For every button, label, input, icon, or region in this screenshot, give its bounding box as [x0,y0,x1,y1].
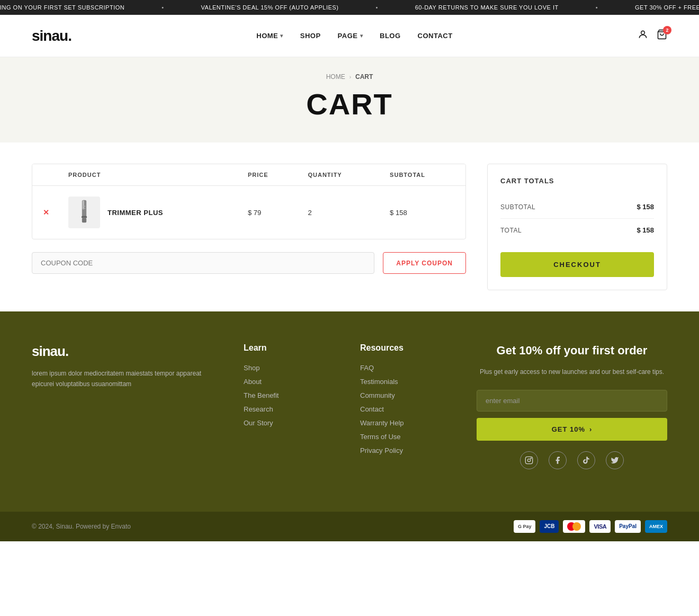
list-item: Testimonials [360,377,455,386]
col-price-header: PRICE [239,164,299,186]
col-remove [32,164,60,186]
site-footer: sinau. lorem ipsum dolor mediocritatem m… [0,311,699,512]
svg-rect-7 [83,208,86,209]
footer-link-about[interactable]: About [244,378,262,386]
ticker-item: GET 30% OFF + FREE SHIPPING ON YOUR FIRS… [635,4,699,11]
footer-brand-col: sinau. lorem ipsum dolor mediocritatem m… [32,343,222,469]
svg-rect-5 [82,218,86,222]
footer-resources-links: FAQ Testimonials Community Contact Warra… [360,363,455,454]
footer-link-warranty[interactable]: Warranty Help [360,419,404,427]
list-item: Terms of Use [360,432,455,441]
newsletter-title: Get 10% off your first order [477,343,667,359]
svg-rect-8 [525,457,532,463]
payment-icon-jcb: JCB [540,520,559,533]
chevron-down-icon: ▾ [360,33,363,39]
footer-link-contact[interactable]: Contact [360,405,384,413]
cart-button[interactable]: 2 [657,29,667,42]
footer-link-community[interactable]: Community [360,391,395,399]
footer-link-shop[interactable]: Shop [244,364,259,372]
subtotal-value: $ 158 [637,203,654,211]
arrow-icon: › [589,425,592,433]
payment-icons: G Pay JCB VISA PayPal AMEX [514,520,667,533]
ticker-dot: • [596,4,598,11]
footer-link-benefit[interactable]: The Benefit [244,391,279,399]
cart-table-wrap: PRODUCT PRICE QUANTITY SUBTOTAL ✕ [32,164,466,239]
nav-item-blog[interactable]: BLOG [380,32,401,40]
product-quantity: 2 [299,186,381,239]
product-cell: TRIMMER PLUS [68,197,231,228]
payment-icon-gpay: G Pay [514,520,536,533]
nav-item-home[interactable]: HOME ▾ [256,32,283,40]
instagram-icon[interactable] [520,451,538,469]
tiktok-icon[interactable] [577,451,595,469]
breadcrumb-home[interactable]: HOME [326,73,345,81]
cart-left: PRODUCT PRICE QUANTITY SUBTOTAL ✕ [32,164,466,274]
footer-bottom: © 2024, Sinau. Powered by Envato G Pay J… [0,512,699,541]
footer-grid: sinau. lorem ipsum dolor mediocritatem m… [32,343,667,469]
list-item: Privacy Policy [360,446,455,454]
list-item: The Benefit [244,391,339,399]
coupon-row: APPLY COUPON [32,239,466,274]
coupon-input[interactable] [32,252,374,274]
footer-link-privacy[interactable]: Privacy Policy [360,447,403,454]
email-input[interactable] [477,390,667,412]
twitter-icon[interactable] [606,451,624,469]
nav-item-shop[interactable]: SHOP [300,32,321,40]
table-row: ✕ [32,186,465,239]
svg-rect-3 [83,201,84,210]
nav-item-page[interactable]: PAGE ▾ [338,32,363,40]
footer-logo[interactable]: sinau. [32,343,222,360]
list-item: About [244,377,339,386]
social-icons [477,451,667,469]
facebook-icon[interactable] [549,451,567,469]
remove-item-button[interactable]: ✕ [41,208,51,217]
total-row: TOTAL $ 158 [500,219,654,242]
footer-copyright: © 2024, Sinau. Powered by Envato [32,523,131,530]
get-10-percent-button[interactable]: GET 10% › [477,418,667,441]
ticker-inner: ING ON YOUR FIRST SET SUBSCRIPTION • VAL… [0,4,699,11]
list-item: Our Story [244,418,339,427]
total-label: TOTAL [500,227,522,234]
site-logo[interactable]: sinau. [32,28,71,44]
subtotal-row: SUBTOTAL $ 158 [500,195,654,219]
footer-resources-title: Resources [360,343,455,353]
subtotal-label: SUBTOTAL [500,203,535,211]
col-subtotal-header: SUBTOTAL [381,164,465,186]
footer-link-our-story[interactable]: Our Story [244,419,273,427]
svg-point-9 [527,459,530,461]
list-item: FAQ [360,363,455,372]
account-button[interactable] [638,29,648,42]
site-header: sinau. HOME ▾ SHOP PAGE ▾ BLOG CONTACT [0,15,699,57]
breadcrumb: HOME › CART [32,73,667,81]
announcement-ticker: ING ON YOUR FIRST SET SUBSCRIPTION • VAL… [0,0,699,15]
ticker-item: 60-DAY RETURNS TO MAKE SURE YOU LOVE IT [415,4,559,11]
nav-item-contact[interactable]: CONTACT [418,32,453,40]
payment-icon-paypal: PayPal [615,520,641,533]
header-icons: 2 [638,29,667,42]
footer-newsletter-col: Get 10% off your first order Plus get ea… [477,343,667,469]
footer-link-testimonials[interactable]: Testimonials [360,378,398,386]
cart-count-badge: 2 [663,26,671,34]
newsletter-subtitle: Plus get early access to new launches an… [477,367,667,377]
page-title: CART [32,87,667,121]
footer-link-faq[interactable]: FAQ [360,364,374,372]
list-item: Community [360,391,455,399]
cart-layout: PRODUCT PRICE QUANTITY SUBTOTAL ✕ [32,164,667,290]
main-content: PRODUCT PRICE QUANTITY SUBTOTAL ✕ [0,142,699,311]
footer-link-research[interactable]: Research [244,405,273,413]
footer-link-terms[interactable]: Terms of Use [360,433,401,441]
checkout-button[interactable]: CHECKOUT [500,252,654,277]
footer-resources-col: Resources FAQ Testimonials Community Con… [360,343,455,469]
cart-totals: CART TOTALS SUBTOTAL $ 158 TOTAL $ 158 C… [487,164,667,290]
svg-rect-4 [82,216,87,218]
product-price: $ 79 [239,186,299,239]
col-quantity-header: QUANTITY [299,164,381,186]
ticker-dot: • [375,4,378,11]
ticker-item: VALENTINE'S DEAL 15% OFF (AUTO APPLIES) [201,4,339,11]
apply-coupon-button[interactable]: APPLY COUPON [383,252,466,274]
svg-point-10 [531,458,531,458]
product-subtotal: $ 158 [381,186,465,239]
chevron-down-icon: ▾ [280,33,283,39]
cart-totals-title: CART TOTALS [500,177,654,185]
product-name: TRIMMER PLUS [107,209,163,217]
